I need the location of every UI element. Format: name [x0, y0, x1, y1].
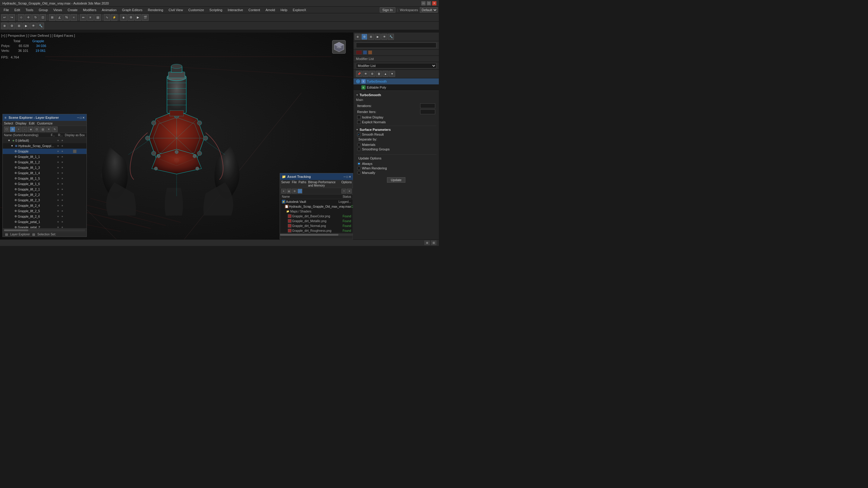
iterations-input[interactable]: 0 [420, 103, 435, 108]
se-restore[interactable]: □ [80, 116, 82, 119]
turbosmooth-header[interactable]: TurboSmooth [356, 93, 436, 97]
object-name-input[interactable]: Grapple [356, 42, 436, 48]
se-expand[interactable]: + [16, 127, 22, 132]
se-item-lift25[interactable]: ⚙ Grapple_lift_2_5 ☀ ☀ [3, 208, 87, 214]
se-item-lift26[interactable]: ⚙ Grapple_lift_2_6 ☀ ☀ [3, 214, 87, 219]
se-item-lift22[interactable]: ⚙ Grapple_lift_2_2 ☀ ☀ [3, 192, 87, 197]
se-menu-customize[interactable]: Customize [37, 121, 53, 125]
at-item-basecolor[interactable]: Grapple_dirt_BaseColor.png Found [280, 214, 353, 218]
pin-modifier[interactable]: 📌 [356, 71, 362, 77]
menu-tools[interactable]: Tools [23, 7, 36, 12]
close-button[interactable]: ✕ [432, 1, 436, 5]
se-group[interactable]: ◈ [28, 127, 33, 132]
scale-button[interactable]: ⊡ [39, 14, 46, 21]
workspace-select[interactable]: Default [420, 7, 438, 13]
nav-cube[interactable]: TOP [331, 38, 347, 55]
spinner-snap[interactable]: ≈ [70, 14, 77, 21]
menu-arnold[interactable]: Arnold [263, 7, 278, 12]
create-panel-btn[interactable]: ⊕ [355, 34, 361, 40]
se-item-lift21[interactable]: ⚙ Grapple_lift_2_1 ☀ ☀ [3, 187, 87, 192]
menu-help[interactable]: Help [278, 7, 290, 12]
menu-civil-view[interactable]: Civil View [166, 7, 185, 12]
se-ungroup[interactable]: ⊡ [34, 127, 39, 132]
at-tool-help[interactable]: ? [341, 189, 346, 193]
at-menu-file[interactable]: File [292, 181, 297, 187]
se-item-lift13[interactable]: ⚙ Grapple_lift_1_3 ☀ ☀ [3, 165, 87, 170]
move-button[interactable]: ✛ [25, 14, 32, 21]
when-rendering-radio[interactable] [357, 166, 361, 170]
render-frame[interactable]: ▶ [135, 14, 141, 21]
move-down-modifier[interactable]: ▼ [389, 71, 395, 77]
schematic[interactable]: ⚡ [111, 14, 118, 21]
menu-modifiers[interactable]: Modifiers [81, 7, 99, 12]
modify-tab[interactable]: ⚙ [8, 23, 15, 29]
snap-toggle[interactable]: ⊞ [49, 14, 56, 21]
at-item-roughness[interactable]: Grapple_dirt_Roughness.png Found [280, 228, 353, 233]
delete-modifier[interactable]: 🗑 [376, 71, 382, 77]
menu-explorex[interactable]: ExploreX [290, 7, 309, 12]
explicit-normals-checkbox[interactable] [357, 120, 361, 124]
render-iters-input[interactable]: 2 [420, 110, 435, 114]
menu-rendering[interactable]: Rendering [146, 7, 166, 12]
at-tool-1[interactable]: ≡ [281, 189, 286, 193]
isoline-checkbox[interactable] [357, 116, 361, 119]
menu-animation[interactable]: Animation [99, 7, 119, 12]
menu-edit[interactable]: Edit [12, 7, 23, 12]
modifier-editable-poly[interactable]: E Editable Poly [353, 84, 439, 90]
at-tool-2[interactable]: ▤ [287, 189, 291, 193]
se-item-petal2[interactable]: ⚙ Grapple_petal_2 ☀ ☀ [3, 224, 87, 228]
at-tool-4[interactable]: □ [298, 189, 302, 193]
at-item-metallic[interactable]: Grapple_dirt_Metallic.png Found [280, 218, 353, 223]
motion-tab[interactable]: ▶ [23, 23, 30, 29]
configure-modifier[interactable]: ⚙ [369, 71, 375, 77]
mirror-button[interactable]: ⇔ [80, 14, 87, 21]
at-minimize[interactable]: ─ [344, 175, 346, 178]
create-tab[interactable]: ⊕ [1, 23, 8, 29]
show-all[interactable]: 👁 [363, 71, 369, 77]
se-delete[interactable]: ✕ [46, 127, 52, 132]
at-menu-bitmap[interactable]: Bitmap Performance and Memory [308, 181, 339, 187]
percent-snap[interactable]: % [63, 14, 70, 21]
se-item-lift23[interactable]: ⚙ Grapple_lift_2_3 ☀ ☀ [3, 197, 87, 203]
surface-params-header[interactable]: Surface Parameters [356, 128, 436, 131]
obj-color3-swatch[interactable] [368, 50, 372, 55]
modifier-dropdown[interactable]: Modifier List [356, 63, 436, 68]
at-tool-3[interactable]: ⚙ [292, 189, 297, 193]
menu-group[interactable]: Group [36, 7, 50, 12]
obj-color-swatch[interactable] [356, 50, 362, 55]
move-up-modifier[interactable]: ▲ [382, 71, 389, 77]
angle-snap[interactable]: ∡ [56, 14, 63, 21]
menu-scripting[interactable]: Scripting [207, 7, 225, 12]
hierarchy-tab[interactable]: ⊞ [16, 23, 22, 29]
modifier-turbosmooth[interactable]: T TurboSmooth [353, 79, 439, 84]
display-panel-btn[interactable]: 👁 [381, 34, 387, 40]
material-editor[interactable]: ◈ [120, 14, 127, 21]
hierarchy-panel-btn[interactable]: ⊞ [368, 34, 374, 40]
rotate-button[interactable]: ↻ [32, 14, 39, 21]
at-item-vault[interactable]: ⚡ Autodesk Vault Logged... [280, 199, 353, 204]
motion-panel-btn[interactable]: ▶ [375, 34, 381, 40]
menu-create[interactable]: Create [65, 7, 80, 12]
se-item-lift14[interactable]: ⚙ Grapple_lift_1_4 ☀ ☀ [3, 170, 87, 176]
signin-button[interactable]: Sign In [380, 7, 396, 13]
layer-button[interactable]: ▤ [94, 14, 101, 21]
box-check[interactable] [73, 150, 76, 153]
curve-editor[interactable]: ∿ [104, 14, 110, 21]
at-scrollbar[interactable] [280, 233, 353, 236]
se-item-lift16[interactable]: ⚙ Grapple_lift_1_6 ☀ ☀ [3, 181, 87, 187]
se-item-grapple[interactable]: ⚙ Grapple ☀ ☀ [3, 149, 87, 154]
se-item-lift11[interactable]: ⚙ Grapple_lift_1_1 ☀ ☀ [3, 154, 87, 159]
display-tab[interactable]: 👁 [30, 23, 37, 29]
utilities-panel-btn[interactable]: 🔧 [388, 34, 394, 40]
at-menu-paths[interactable]: Paths [299, 181, 307, 187]
se-item-lift24[interactable]: ⚙ Grapple_lift_2_4 ☀ ☀ [3, 203, 87, 208]
se-item-group[interactable]: ▼ ⊞ Hydraulic_Scrap_Grapple_Old ☀ ☀ [3, 143, 87, 149]
obj-color2-swatch[interactable] [363, 50, 367, 55]
menu-content[interactable]: Content [246, 7, 262, 12]
at-menu-server[interactable]: Server [281, 181, 290, 187]
at-item-normal[interactable]: Grapple_dirt_Normal.png Found [280, 223, 353, 228]
menu-views[interactable]: Views [51, 7, 64, 12]
status-btn-1[interactable]: ⊕ [424, 241, 430, 245]
menu-graph-editors[interactable]: Graph Editors [120, 7, 145, 12]
se-select-all[interactable]: ☐ [4, 127, 9, 132]
